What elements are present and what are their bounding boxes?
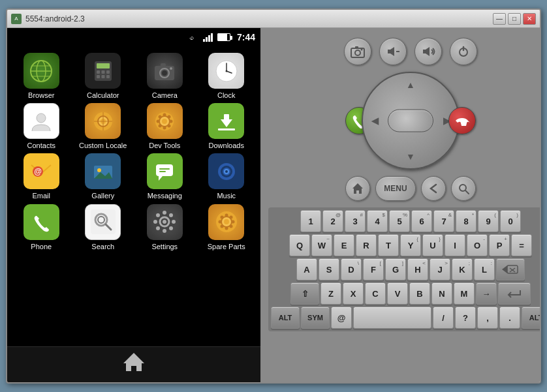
keyboard: 1 2@ 3# 4$ 5% 6^ 7& 8* 9( 0) Q W~ E R	[268, 207, 541, 331]
power-button[interactable]	[450, 38, 477, 65]
key-space[interactable]	[353, 307, 431, 329]
svg-rect-62	[29, 209, 54, 234]
key-f[interactable]: F[	[363, 258, 384, 280]
minimize-button[interactable]: —	[493, 13, 506, 25]
key-question[interactable]: ?	[455, 307, 476, 329]
home-nav-button[interactable]	[345, 176, 370, 201]
key-0[interactable]: 0)	[500, 210, 521, 232]
dev-tools-label: Dev Tools	[149, 142, 180, 150]
home-button[interactable]	[122, 350, 146, 379]
key-equals[interactable]: =	[511, 234, 532, 256]
key-m[interactable]: M	[454, 282, 475, 305]
call-red-button[interactable]	[448, 107, 476, 134]
key-n[interactable]: N	[431, 282, 452, 305]
key-5[interactable]: 5%	[389, 210, 410, 232]
key-v[interactable]: V	[387, 282, 408, 305]
key-shift[interactable]: ⇧	[290, 282, 319, 305]
key-alt-right[interactable]: ALT	[522, 307, 541, 329]
key-o[interactable]: O-	[467, 234, 488, 256]
svg-point-84	[231, 220, 234, 224]
app-downloads[interactable]: Downloads	[200, 103, 253, 150]
key-e[interactable]: E	[334, 234, 354, 256]
key-comma[interactable]: ,	[477, 307, 498, 329]
gallery-label: Gallery	[91, 192, 114, 200]
key-h[interactable]: H<	[407, 258, 428, 280]
main-window: A 5554:android-2.3 — □ ✕ ꩜	[6, 8, 541, 384]
camera-hw-button[interactable]	[344, 38, 371, 65]
key-j[interactable]: J>	[430, 258, 450, 280]
key-p[interactable]: P+	[489, 234, 510, 256]
svg-point-77	[169, 226, 173, 230]
app-messaging[interactable]: Messaging	[138, 153, 191, 200]
phone-icon	[23, 204, 59, 240]
close-button[interactable]: ✕	[523, 13, 536, 25]
volume-down-button[interactable]	[379, 38, 407, 65]
key-4[interactable]: 4$	[367, 210, 388, 232]
key-y[interactable]: Y{	[400, 234, 421, 256]
browser-icon	[23, 53, 59, 89]
camera-icon	[147, 53, 183, 89]
key-del[interactable]	[496, 258, 525, 280]
app-gallery[interactable]: Gallery	[77, 153, 129, 200]
key-k[interactable]: K;	[452, 258, 473, 280]
key-s[interactable]: S	[319, 258, 339, 280]
key-slash[interactable]: /	[433, 307, 454, 329]
app-custom-locale[interactable]: Custom Locale	[77, 103, 129, 150]
dpad-center-button[interactable]	[388, 110, 433, 132]
app-spare-parts[interactable]: Spare Parts	[200, 204, 253, 251]
key-period[interactable]: .	[499, 307, 520, 329]
app-search[interactable]: Search	[77, 204, 129, 251]
app-camera[interactable]: Camera	[138, 53, 191, 100]
key-w[interactable]: W~	[311, 234, 332, 256]
key-l[interactable]: L:	[474, 258, 495, 280]
key-alt-left[interactable]: ALT	[271, 307, 300, 329]
dpad-down-button[interactable]: ▼	[401, 147, 420, 166]
key-u[interactable]: U}	[422, 234, 443, 256]
app-email[interactable]: @ Email	[15, 153, 67, 200]
svg-point-40	[168, 124, 171, 127]
key-b[interactable]: B	[409, 282, 430, 305]
app-music[interactable]: Music	[200, 153, 253, 200]
app-calculator[interactable]: Calculator	[77, 53, 129, 100]
key-i[interactable]: I	[445, 234, 465, 256]
key-enter[interactable]	[498, 282, 531, 305]
app-contacts[interactable]: Contacts	[15, 103, 67, 150]
svg-point-34	[163, 126, 166, 129]
key-6[interactable]: 6^	[411, 210, 432, 232]
volume-up-button[interactable]	[414, 38, 442, 65]
key-3[interactable]: 3#	[345, 210, 366, 232]
search-icon	[85, 204, 121, 240]
key-9[interactable]: 9(	[478, 210, 499, 232]
key-t[interactable]: T	[378, 234, 399, 256]
kb-row-zxcv: ⇧ Z X C V B N M →	[271, 282, 541, 305]
key-7[interactable]: 7&	[433, 210, 454, 232]
key-a[interactable]: A	[296, 258, 317, 280]
maximize-button[interactable]: □	[508, 13, 521, 25]
dpad-left-button[interactable]: ◀	[365, 111, 384, 130]
key-at[interactable]: @	[331, 307, 352, 329]
key-sym[interactable]: SYM	[301, 307, 330, 329]
app-settings[interactable]: Settings	[138, 204, 191, 251]
menu-button[interactable]: MENU	[375, 176, 415, 201]
key-2[interactable]: 2@	[322, 210, 343, 232]
search-nav-button[interactable]	[451, 176, 476, 201]
key-8[interactable]: 8*	[456, 210, 477, 232]
app-browser[interactable]: Browser	[15, 53, 67, 100]
key-1[interactable]: 1	[300, 210, 321, 232]
settings-icon	[147, 204, 183, 240]
key-d[interactable]: D\	[341, 258, 362, 280]
back-button[interactable]	[421, 176, 446, 201]
key-r[interactable]: R	[356, 234, 377, 256]
dpad-up-button[interactable]: ▲	[401, 75, 420, 95]
key-x[interactable]: X	[343, 282, 364, 305]
app-phone[interactable]: Phone	[15, 204, 67, 251]
key-arrow[interactable]: →	[476, 282, 497, 305]
svg-rect-9	[101, 70, 104, 74]
app-clock[interactable]: Clock	[200, 53, 253, 100]
app-dev-tools[interactable]: Dev Tools	[138, 103, 191, 150]
key-c[interactable]: C	[365, 282, 386, 305]
key-z[interactable]: Z	[320, 282, 341, 305]
svg-point-24	[37, 113, 46, 123]
key-g[interactable]: G]	[385, 258, 406, 280]
key-q[interactable]: Q	[289, 234, 310, 256]
